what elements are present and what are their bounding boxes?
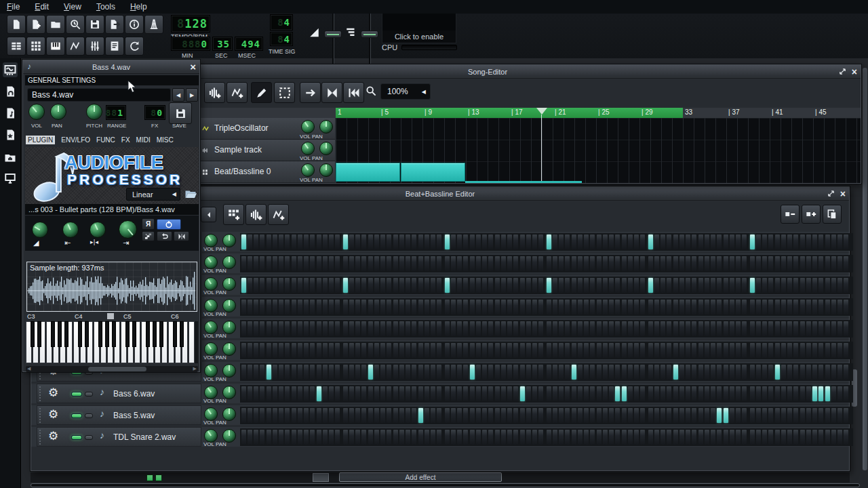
step-cell[interactable] [520,321,525,336]
step-cell[interactable] [559,430,564,445]
step-cell[interactable] [844,278,848,293]
step-cell[interactable] [768,321,773,336]
step-cell[interactable] [488,300,493,314]
step-cell[interactable] [837,430,842,445]
step-cell[interactable] [355,430,360,445]
step-cell[interactable] [578,321,583,336]
step-cell[interactable] [711,386,715,401]
step-cell[interactable] [431,386,435,401]
step-cell[interactable] [730,235,734,249]
step-cell[interactable] [501,386,506,401]
step-cell[interactable] [349,235,354,249]
step-cell[interactable] [800,256,805,271]
step-cell[interactable] [775,256,780,271]
step-cell[interactable] [590,256,595,271]
step-cell[interactable] [445,386,450,401]
gear-icon[interactable]: ⚙ [48,407,58,422]
step-cell[interactable] [431,235,435,249]
black-key[interactable] [112,321,116,347]
step-cell[interactable] [387,256,391,271]
step-cell[interactable] [742,365,747,380]
step-cell[interactable] [654,386,659,401]
step-cell[interactable] [241,321,246,336]
step-cell[interactable] [538,321,543,336]
step-cell[interactable] [603,408,608,423]
step-cell[interactable] [451,386,456,401]
step-cell[interactable] [711,278,715,293]
step-cell[interactable] [584,386,589,401]
step-cell[interactable] [806,386,811,401]
visualization-click-to-enable[interactable]: Click to enable [382,12,456,43]
step-cell[interactable] [800,408,805,423]
step-cell[interactable] [768,278,773,293]
step-cell[interactable] [507,300,512,314]
bb-track-header[interactable]: ⚙♪Bass 6.wav [37,384,201,403]
step-cell[interactable] [507,408,512,423]
step-cell-active[interactable] [470,365,475,380]
step-cell[interactable] [800,365,805,380]
step-cell[interactable] [730,365,734,380]
step-cell[interactable] [762,235,767,249]
step-cell[interactable] [406,278,410,293]
add-effect-button[interactable]: Add effect [339,472,502,482]
step-cell[interactable] [538,256,543,271]
step-cell[interactable] [241,365,246,380]
step-cell[interactable] [241,386,246,401]
sidebar-samples-button[interactable] [3,84,18,99]
step-cell[interactable] [584,321,589,336]
step-cell[interactable] [711,300,715,314]
step-cell[interactable] [781,321,786,336]
black-key[interactable] [58,321,62,347]
step-cell[interactable] [825,321,830,336]
step-cell[interactable] [273,365,277,380]
step-cell[interactable] [476,343,481,358]
step-cell[interactable] [292,343,296,358]
step-cell[interactable] [349,386,354,401]
prev-instrument-button[interactable]: ◀ [172,88,184,102]
piano-keyboard[interactable] [26,321,198,363]
stutter-button[interactable] [142,231,155,241]
step-cell[interactable] [355,408,360,423]
step-cell[interactable] [609,408,614,423]
step-cell[interactable] [254,343,258,358]
step-cell[interactable] [470,343,475,358]
step-cell[interactable] [679,386,684,401]
step-cell[interactable] [660,365,665,380]
step-cell[interactable] [476,408,481,423]
step-cell[interactable] [781,278,786,293]
step-cell[interactable] [597,365,601,380]
black-key[interactable] [146,321,150,347]
step-cell[interactable] [457,408,462,423]
black-key[interactable] [153,321,157,347]
track-pan-knob[interactable] [319,163,333,177]
step-cell[interactable] [451,256,456,271]
step-cell[interactable] [412,235,416,249]
step-cell[interactable] [241,343,246,358]
time-msec-display[interactable]: 494 [235,37,263,51]
step-cell[interactable] [317,365,321,380]
tab-func[interactable]: FUNC [96,136,115,144]
step-cell[interactable] [800,386,805,401]
step-cell[interactable] [634,278,639,293]
drag-grip[interactable] [39,386,42,401]
step-cell[interactable] [640,386,645,401]
playhead-marker[interactable] [536,108,547,115]
step-cell[interactable] [526,278,531,293]
step-cell[interactable] [648,343,653,358]
step-cell[interactable] [393,430,398,445]
step-cell[interactable] [260,343,264,358]
step-cell[interactable] [488,408,493,423]
step-cell[interactable] [762,343,767,358]
step-cell[interactable] [837,365,842,380]
step-cell[interactable] [343,343,348,358]
step-cell[interactable] [634,408,639,423]
step-cell[interactable] [418,321,423,336]
step-cell[interactable] [501,321,506,336]
step-cell[interactable] [640,278,645,293]
step-cell[interactable] [698,278,703,293]
step-cell[interactable] [538,300,543,314]
step-cell[interactable] [437,408,441,423]
bb-pan-knob[interactable] [222,342,236,356]
step-cell[interactable] [705,386,709,401]
step-cell[interactable] [335,300,340,314]
